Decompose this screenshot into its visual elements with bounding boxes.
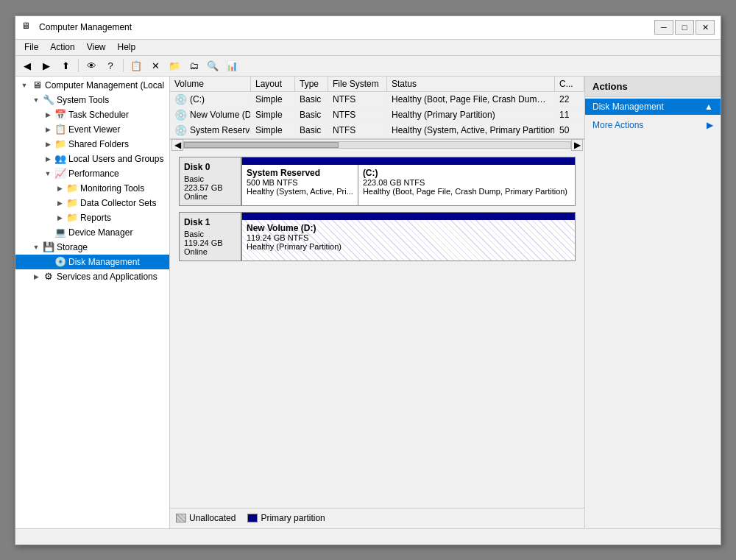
disk0-c-status: Healthy (Boot, Page File, Crash Dump, Pr… [363, 187, 570, 196]
menu-view[interactable]: View [81, 40, 112, 54]
disk0-c-name: (C:) [363, 168, 570, 178]
disk0-name: Disk 0 [184, 162, 236, 172]
sidebar-item-disk-management[interactable]: ▶ 💿 Disk Management [15, 255, 169, 269]
actions-more-actions-link[interactable]: More Actions ▶ [585, 118, 721, 132]
forward-button[interactable]: ▶ [38, 57, 55, 74]
title-bar: 🖥 Computer Management ─ □ ✕ [15, 16, 721, 40]
icon-perf: 📈 [54, 168, 67, 180]
sidebar-item-services-applications[interactable]: ▶ ⚙ Services and Applications [15, 269, 169, 284]
menu-file[interactable]: File [18, 40, 44, 54]
disk0-part-split: System Reserved 500 MB NTFS Healthy (Sys… [242, 165, 575, 205]
menu-bar: File Action View Help [15, 40, 721, 56]
icon-dcs: 📁 [66, 197, 79, 209]
scroll-left-btn[interactable]: ◀ [171, 139, 183, 151]
disk-visual-area: Disk 0 Basic 223.57 GB Online System Res… [170, 151, 584, 508]
td-status-c: Healthy (Boot, Page File, Crash Dump, Pr… [387, 93, 555, 106]
sidebar-item-system-tools[interactable]: ▼ 🔧 System Tools [15, 93, 169, 107]
properties-button[interactable]: 📁 [166, 57, 183, 74]
label-rep: Reports [79, 213, 169, 223]
td-fs-d: NTFS [328, 108, 387, 121]
up-button[interactable]: ⬆ [57, 57, 74, 74]
menu-help[interactable]: Help [112, 40, 142, 54]
th-filesystem[interactable]: File System [328, 77, 387, 91]
sidebar-item-event-viewer[interactable]: ▶ 📋 Event Viewer [15, 122, 169, 137]
disk0-c-size: 223.08 GB NTFS [363, 178, 570, 187]
minimize-button[interactable]: ─ [654, 20, 673, 35]
expand-icon-perf: ▼ [42, 168, 54, 180]
td-volume-c: 💿 (C:) [170, 92, 251, 107]
disk0-partitions: System Reserved 500 MB NTFS Healthy (Sys… [242, 157, 575, 205]
disk0-size: 223.57 GB [184, 183, 236, 192]
td-type-d: Basic [295, 108, 328, 121]
legend-primary-box [247, 514, 258, 522]
center-pane: Volume Layout Type File System Status C.… [170, 77, 584, 528]
actions-disk-management-title[interactable]: Disk Management ▲ [585, 99, 721, 115]
toolbar-sep1 [78, 59, 79, 72]
label-sf: Shared Folders [67, 139, 169, 149]
th-type[interactable]: Type [295, 77, 328, 91]
scroll-right-btn[interactable]: ▶ [571, 139, 583, 151]
sidebar-item-device-manager[interactable]: ▶ 💻 Device Manager [15, 225, 169, 240]
table-scrollbar[interactable]: ◀ ▶ [170, 139, 584, 151]
main-window: 🖥 Computer Management ─ □ ✕ File Action … [15, 15, 721, 545]
sidebar-item-performance[interactable]: ▼ 📈 Performance [15, 166, 169, 181]
export-button[interactable]: 📊 [223, 57, 241, 74]
sidebar-item-data-collector-sets[interactable]: ▶ 📁 Data Collector Sets [15, 196, 169, 210]
copy-button[interactable]: 🗂 [185, 57, 202, 74]
disk1-name: Disk 1 [184, 217, 236, 227]
actions-disk-management-arrow: ▲ [704, 102, 713, 112]
sidebar-item-reports[interactable]: ▶ 📁 Reports [15, 210, 169, 225]
maximize-button[interactable]: □ [675, 20, 694, 35]
disk0-sysres-name: System Reserved [247, 168, 353, 178]
table-row[interactable]: 💿 System Reserved Simple Basic NTFS Heal… [170, 123, 584, 138]
sidebar-item-monitoring-tools[interactable]: ▶ 📁 Monitoring Tools [15, 181, 169, 196]
label-svc: Services and Applications [55, 272, 169, 282]
th-volume[interactable]: Volume [170, 77, 251, 91]
sidebar: ▼ 🖥 Computer Management (Local ▼ 🔧 Syste… [15, 77, 170, 528]
td-fs-sr: NTFS [328, 124, 387, 137]
disk1-newvol-name: New Volume (D:) [247, 223, 570, 233]
th-layout[interactable]: Layout [251, 77, 295, 91]
disk1-color-bar [242, 213, 575, 220]
sidebar-item-shared-folders[interactable]: ▶ 📁 Shared Folders [15, 137, 169, 152]
table-row[interactable]: 💿 New Volume (D:) Simple Basic NTFS Heal… [170, 107, 584, 123]
td-status-d: Healthy (Primary Partition) [387, 108, 555, 121]
show-hide-button[interactable]: 👁 [82, 57, 100, 74]
sidebar-item-task-scheduler[interactable]: ▶ 📅 Task Scheduler [15, 107, 169, 122]
disk0-c-partition[interactable]: (C:) 223.08 GB NTFS Healthy (Boot, Page … [358, 165, 575, 205]
label-lug: Local Users and Groups [67, 154, 169, 164]
th-cap[interactable]: C... [555, 77, 584, 91]
table-row[interactable]: 💿 (C:) Simple Basic NTFS Healthy (Boot, … [170, 92, 584, 107]
toolbar: ◀ ▶ ⬆ 👁 ? 📋 ✕ 📁 🗂 🔍 📊 [15, 56, 721, 77]
actions-panel: Actions Disk Management ▲ More Actions ▶ [584, 77, 721, 528]
back-button[interactable]: ◀ [18, 57, 36, 74]
icon-svc: ⚙ [42, 271, 55, 283]
sidebar-item-storage[interactable]: ▼ 💾 Storage [15, 240, 169, 255]
sidebar-item-local-users-groups[interactable]: ▶ 👥 Local Users and Groups [15, 152, 169, 166]
expand-icon-stor: ▼ [30, 241, 42, 253]
menu-action[interactable]: Action [44, 40, 80, 54]
disk1-newvol-size: 119.24 GB NTFS [247, 233, 570, 242]
legend-unallocated: Unallocated [176, 513, 236, 523]
delete-button[interactable]: ✕ [146, 57, 164, 74]
close-button[interactable]: ✕ [696, 20, 715, 35]
th-status[interactable]: Status [387, 77, 555, 91]
actions-disk-management-label: Disk Management [592, 102, 664, 112]
disk1-partitions: New Volume (D:) 119.24 GB NTFS Healthy (… [242, 213, 575, 260]
sidebar-item-computer-management[interactable]: ▼ 🖥 Computer Management (Local [15, 78, 169, 93]
search-button[interactable]: 🔍 [204, 57, 222, 74]
td-layout-c: Simple [251, 93, 295, 106]
disk1-newvol-partition[interactable]: New Volume (D:) 119.24 GB NTFS Healthy (… [242, 220, 575, 260]
scroll-track[interactable] [183, 141, 571, 149]
label-st: System Tools [55, 95, 169, 105]
td-cap-c: 22 [555, 93, 584, 106]
help-button[interactable]: ? [102, 57, 119, 74]
actions-more-actions-arrow: ▶ [707, 120, 713, 130]
disk1-newvol-status: Healthy (Primary Partition) [247, 242, 570, 251]
icon-ev: 📋 [54, 124, 67, 135]
disk0-sysres-partition[interactable]: System Reserved 500 MB NTFS Healthy (Sys… [242, 165, 358, 205]
td-volume-sr: 💿 System Reserved [170, 123, 251, 138]
expand-icon-rep: ▶ [54, 212, 66, 224]
new-button[interactable]: 📋 [127, 57, 145, 74]
expand-icon-sf: ▶ [42, 138, 54, 150]
